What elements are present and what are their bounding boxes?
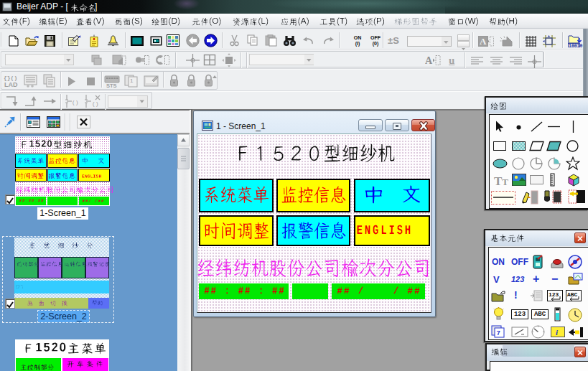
svg-text:A: A bbox=[480, 36, 487, 47]
svg-text:{}(): {}() bbox=[4, 75, 17, 81]
svg-text:STS: STS bbox=[106, 83, 117, 88]
svg-text:LAD: LAD bbox=[4, 81, 18, 88]
svg-text:1: 1 bbox=[130, 78, 134, 84]
svg-text:7: 7 bbox=[497, 330, 500, 337]
svg-text:(): () bbox=[92, 100, 99, 107]
svg-text:A: A bbox=[425, 55, 433, 66]
svg-text:(): () bbox=[72, 99, 79, 105]
svg-text:10010: 10010 bbox=[569, 44, 583, 48]
